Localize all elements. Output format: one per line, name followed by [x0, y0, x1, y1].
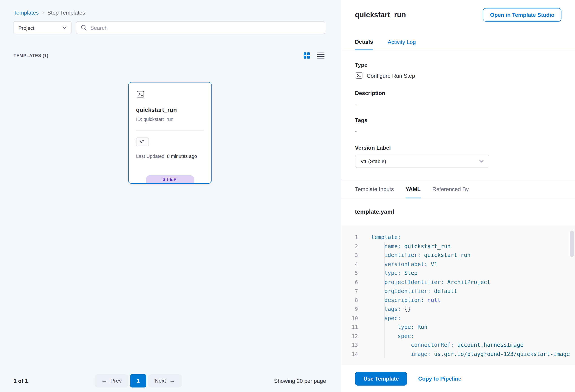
breadcrumb-chevron-icon: ›	[42, 10, 44, 16]
copy-to-pipeline-link[interactable]: Copy to Pipeline	[418, 375, 461, 382]
list-header-row: TEMPLATES (1)	[14, 52, 325, 59]
filters-row: Project	[14, 21, 325, 34]
yaml-code-line: 9 tags: {}	[341, 305, 575, 314]
open-template-studio-button[interactable]: Open in Template Studio	[483, 8, 561, 22]
pagination: ← Prev 1 Next →	[95, 374, 182, 387]
use-template-button[interactable]: Use Template	[355, 372, 407, 386]
tags-label: Tags	[355, 117, 561, 123]
last-updated-label: Last Updated	[136, 154, 165, 159]
yaml-code-line: 3 identifier: quickstart_run	[341, 251, 575, 260]
tab-activity-log[interactable]: Activity Log	[388, 39, 416, 50]
indent-guide	[384, 242, 385, 358]
yaml-code-line: 1template:	[341, 233, 575, 242]
tab-yaml[interactable]: YAML	[406, 180, 421, 198]
last-updated-value: 8 minutes ago	[167, 154, 197, 159]
version-label: Version Label	[355, 144, 561, 151]
chevron-down-icon	[62, 26, 67, 29]
scope-dropdown-value: Project	[18, 25, 34, 30]
last-updated-row: Last Updated 8 minutes ago	[136, 154, 204, 159]
version-dropdown[interactable]: V1 (Stable)	[355, 155, 489, 168]
version-badge: V1	[136, 138, 149, 146]
yaml-code-line: 12 spec:	[341, 331, 575, 341]
view-toggles	[303, 52, 324, 59]
yaml-code-line: 6 projectIdentifier: ArchitProject	[341, 278, 575, 287]
arrow-right-icon: →	[169, 378, 175, 384]
yaml-code-lines: 1template:2 name: quickstart_run3 identi…	[341, 233, 575, 358]
breadcrumb: Templates › Step Templates	[14, 10, 85, 16]
template-card-title: quickstart_run	[136, 107, 204, 113]
template-title: quickstart_run	[355, 11, 406, 19]
list-view-icon[interactable]	[317, 52, 325, 59]
version-dropdown-value: V1 (Stable)	[360, 158, 386, 164]
per-page-summary: Showing 20 per page	[274, 378, 326, 384]
template-card-id: ID: quickstart_run	[136, 116, 204, 122]
breadcrumb-templates-link[interactable]: Templates	[14, 10, 39, 16]
yaml-code-line: 7 orgIdentifier: default	[341, 287, 575, 296]
prev-label: Prev	[111, 378, 122, 384]
yaml-tabs: Template Inputs YAML Referenced By	[341, 180, 575, 198]
yaml-code-line: 13 connectorRef: account.harnessImage	[341, 341, 575, 349]
page-count: 1 of 1	[14, 378, 28, 384]
chevron-down-icon	[479, 160, 484, 163]
tab-referenced-by[interactable]: Referenced By	[432, 180, 469, 198]
breadcrumb-current: Step Templates	[47, 10, 85, 16]
prev-page-button[interactable]: ← Prev	[95, 374, 128, 387]
grid-view-icon[interactable]	[303, 52, 310, 59]
yaml-code-line: 10 spec:	[341, 314, 575, 323]
template-card[interactable]: quickstart_run ID: quickstart_run V1 Las…	[128, 82, 212, 184]
yaml-code-line: 5 type: Step	[341, 269, 575, 278]
next-page-button[interactable]: Next →	[148, 374, 182, 387]
templates-list-panel: Templates › Step Templates Project TEMPL…	[0, 0, 341, 392]
details-footer: Use Template Copy to Pipeline	[341, 365, 575, 392]
search-icon	[81, 25, 87, 31]
type-value: Configure Run Step	[367, 72, 415, 79]
description-value: -	[355, 100, 561, 107]
yaml-code-line: 8 description: null	[341, 296, 575, 305]
description-label: Description	[355, 90, 561, 96]
yaml-filename: template.yaml	[355, 208, 575, 215]
search-box	[76, 21, 325, 34]
details-tabs: Details Activity Log	[341, 29, 575, 50]
details-header: quickstart_run Open in Template Studio	[341, 0, 575, 29]
tab-details[interactable]: Details	[355, 39, 373, 50]
list-footer: 1 of 1 ← Prev 1 Next → Showing 20 per pa…	[0, 369, 341, 392]
search-input[interactable]	[90, 25, 321, 31]
templates-count-label: TEMPLATES (1)	[14, 53, 48, 58]
card-divider	[136, 130, 204, 131]
scope-dropdown[interactable]: Project	[14, 21, 72, 34]
details-section: Type Configure Run Step Description - Ta…	[341, 50, 575, 168]
yaml-code-line: 4 versionLabel: V1	[341, 260, 575, 269]
page-1-button[interactable]: 1	[130, 374, 146, 387]
app-root: Templates › Step Templates Project TEMPL…	[0, 0, 575, 392]
yaml-code-line: 2 name: quickstart_run	[341, 242, 575, 251]
code-scrollbar-thumb[interactable]	[570, 231, 574, 257]
run-step-terminal-icon	[136, 90, 145, 99]
tab-template-inputs[interactable]: Template Inputs	[355, 180, 394, 198]
run-step-terminal-icon	[355, 71, 363, 80]
type-row: Configure Run Step	[355, 71, 561, 80]
tags-value: -	[355, 127, 561, 134]
yaml-code-line: 11 type: Run	[341, 323, 575, 331]
template-details-panel: quickstart_run Open in Template Studio D…	[341, 0, 575, 392]
step-type-chip: STEP	[146, 175, 194, 183]
next-label: Next	[155, 378, 166, 384]
yaml-code-line: 14 image: us.gcr.io/playground-123/quick…	[341, 349, 575, 358]
type-label: Type	[355, 62, 561, 68]
arrow-left-icon: ←	[101, 378, 107, 384]
yaml-code-viewer[interactable]: 1template:2 name: quickstart_run3 identi…	[341, 225, 575, 365]
